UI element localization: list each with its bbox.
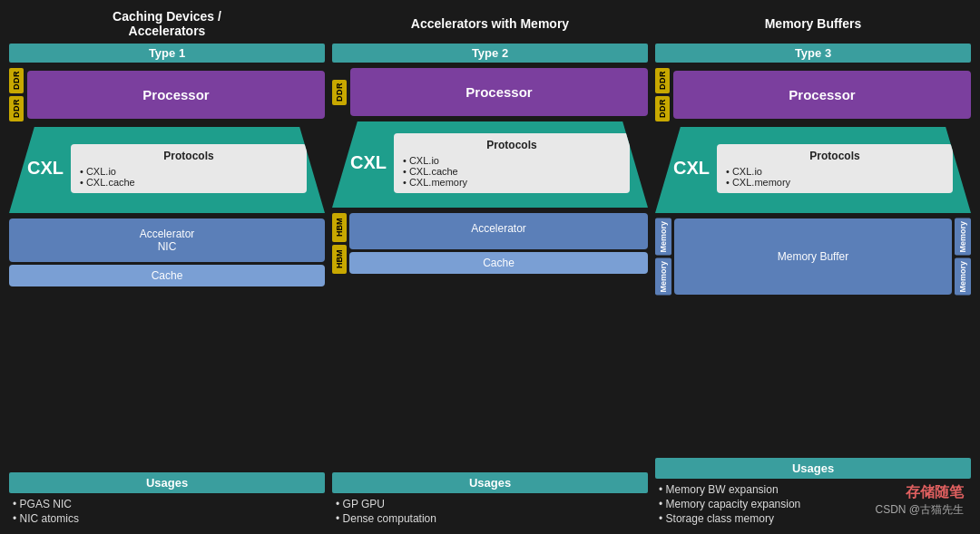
- col1-protocols-list: CXL.io CXL.cache: [80, 166, 298, 188]
- col3-proto-2: CXL.memory: [726, 177, 944, 188]
- col2-cxl-label: CXL: [350, 152, 387, 173]
- col1-protocols-title: Protocols: [80, 150, 298, 162]
- col1-usage-1: PGAS NIC: [13, 498, 325, 510]
- col1-ddr-stack: DDR DDR: [9, 68, 24, 121]
- col2-proto-2: CXL.cache: [403, 166, 621, 177]
- col1-title: Caching Devices /Accelerators: [113, 9, 221, 38]
- col2-usages-bar: Usages: [332, 472, 648, 493]
- col2-cxl-trapezoid: CXL Protocols CXL.io CXL.cache CXL.memor…: [332, 121, 648, 208]
- col3-mem-left: Memory Memory: [655, 218, 671, 295]
- col2-protocols-list: CXL.io CXL.cache CXL.memory: [403, 155, 621, 188]
- col1-nic-box: AcceleratorNIC: [9, 218, 325, 262]
- col3-cxl-trapezoid: CXL Protocols CXL.io CXL.memory: [655, 127, 971, 213]
- main-container: Caching Devices /Accelerators Type 1 DDR…: [0, 0, 980, 534]
- col1-proto-1: CXL.io: [80, 166, 298, 177]
- col3-type: Type 3: [655, 44, 971, 63]
- col3-usage-2: Memory capacity expansion: [659, 498, 971, 510]
- col2-cache-box: Cache: [349, 252, 648, 274]
- col3-processor: Processor: [673, 71, 971, 119]
- col3-protocols-title: Protocols: [726, 150, 944, 162]
- col3-ddr2: DDR: [655, 96, 670, 121]
- col3-ddr-stack: DDR DDR: [655, 68, 670, 121]
- col2-hbm1: HBM: [332, 213, 347, 242]
- col1-proto-2: CXL.cache: [80, 177, 298, 188]
- col2-hbm-accel: HBM HBM Accelerator Cache: [332, 213, 648, 274]
- col1-type: Type 1: [9, 44, 325, 63]
- col2-ddr-stack: DDR: [332, 80, 347, 105]
- col2-processor-area: DDR Processor: [332, 68, 648, 116]
- col2-device-area: HBM HBM Accelerator Cache: [332, 213, 648, 274]
- col3-mem-right: Memory Memory: [955, 218, 971, 295]
- col3-processor-area: DDR DDR Processor: [655, 68, 971, 121]
- col1-nic-cache: AcceleratorNIC Cache: [9, 218, 325, 286]
- col2-usage-2: Dense computation: [336, 512, 648, 525]
- col2-protocols-title: Protocols: [403, 139, 621, 151]
- col2-ddr1: DDR: [332, 80, 347, 105]
- col2-usage-1: GP GPU: [336, 498, 648, 510]
- col1-processor-area: DDR DDR Processor: [9, 68, 325, 121]
- col3-proto-1: CXL.io: [726, 166, 944, 177]
- col3-mem-left-1: Memory: [655, 218, 671, 256]
- col1-ddr2: DDR: [9, 96, 24, 121]
- column-2: Accelerators with Memory Type 2 DDR Proc…: [332, 9, 648, 534]
- col3-ddr1: DDR: [655, 68, 670, 93]
- col1-cxl-area: CXL Protocols CXL.io CXL.cache: [9, 127, 325, 213]
- col1-cxl-trapezoid: CXL Protocols CXL.io CXL.cache: [9, 127, 325, 213]
- col1-device-area: AcceleratorNIC Cache: [9, 218, 325, 286]
- col3-device-area: Memory Memory Memory Buffer Memory Memor…: [655, 218, 971, 295]
- col2-proto-3: CXL.memory: [403, 177, 621, 188]
- col2-proto-1: CXL.io: [403, 155, 621, 166]
- col2-accel-box: Accelerator: [349, 213, 648, 249]
- col3-title: Memory Buffers: [765, 9, 862, 38]
- col2-cxl-area: CXL Protocols CXL.io CXL.cache CXL.memor…: [332, 121, 648, 208]
- col3-usages-bar: Usages: [655, 458, 971, 479]
- col1-usages-bar: Usages: [9, 472, 325, 493]
- col3-protocols-box: Protocols CXL.io CXL.memory: [717, 144, 953, 193]
- col3-usage-3: Storage class memory: [659, 512, 971, 525]
- col3-usages-list: Memory BW expansion Memory capacity expa…: [655, 483, 971, 527]
- col2-protocols-box: Protocols CXL.io CXL.cache CXL.memory: [394, 133, 630, 193]
- col3-protocols-list: CXL.io CXL.memory: [726, 166, 944, 188]
- col3-mem-left-2: Memory: [655, 258, 671, 296]
- col3-cxl-label: CXL: [673, 158, 710, 179]
- col1-usage-2: NIC atomics: [13, 512, 325, 525]
- col2-hbm-stack: HBM HBM: [332, 213, 347, 274]
- col1-cxl-label: CXL: [27, 158, 64, 179]
- col3-usage-1: Memory BW expansion: [659, 483, 971, 496]
- col3-cxl-area: CXL Protocols CXL.io CXL.memory: [655, 127, 971, 213]
- col3-membuf-area: Memory Memory Memory Buffer Memory Memor…: [655, 218, 971, 295]
- col2-processor: Processor: [350, 68, 648, 116]
- col1-cache-box: Cache: [9, 265, 325, 286]
- col3-membuf-center: Memory Buffer: [674, 218, 952, 295]
- col2-type: Type 2: [332, 44, 648, 63]
- col1-protocols-box: Protocols CXL.io CXL.cache: [71, 144, 307, 193]
- col2-usages-list: GP GPU Dense computation: [332, 498, 648, 527]
- col1-usages-list: PGAS NIC NIC atomics: [9, 498, 325, 527]
- col2-hbm2: HBM: [332, 245, 347, 274]
- col2-title: Accelerators with Memory: [411, 9, 569, 38]
- col1-processor: Processor: [27, 71, 325, 119]
- col3-mem-right-2: Memory: [955, 258, 971, 296]
- col2-accel-cache: Accelerator Cache: [349, 213, 648, 274]
- column-3: Memory Buffers Type 3 DDR DDR Processor …: [655, 9, 971, 534]
- column-1: Caching Devices /Accelerators Type 1 DDR…: [9, 9, 325, 534]
- col3-mem-right-1: Memory: [955, 218, 971, 256]
- col1-ddr1: DDR: [9, 68, 24, 93]
